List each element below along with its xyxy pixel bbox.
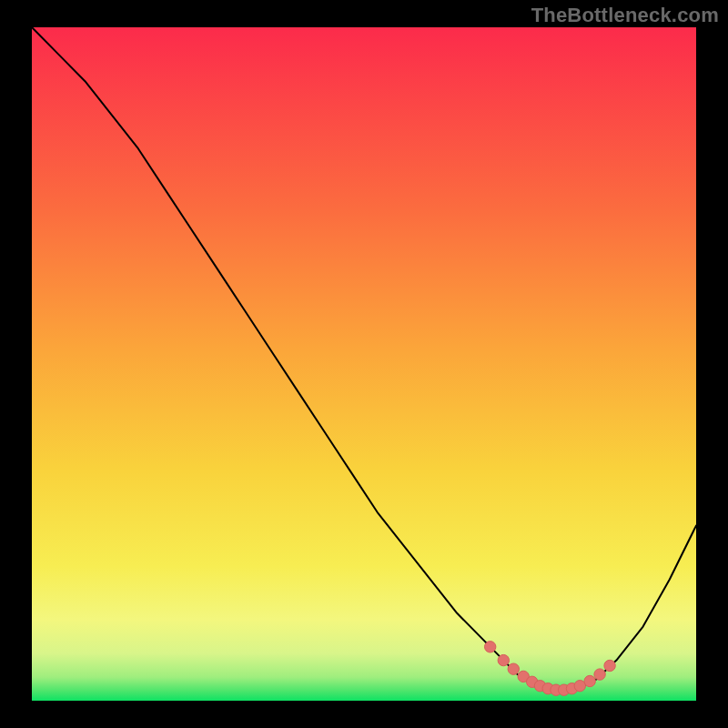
watermark-text: TheBottleneck.com <box>531 4 719 27</box>
optimal-marker <box>594 669 605 680</box>
bottleneck-chart <box>0 0 728 728</box>
optimal-marker <box>498 654 509 665</box>
optimal-marker <box>485 642 496 652</box>
chart-stage: TheBottleneck.com <box>0 0 728 728</box>
optimal-marker <box>584 675 595 686</box>
plot-background <box>32 27 696 701</box>
optimal-marker <box>604 660 615 671</box>
optimal-marker <box>508 663 519 674</box>
